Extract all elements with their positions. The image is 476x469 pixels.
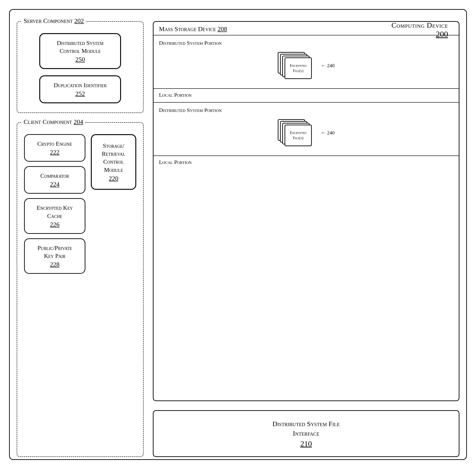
storage-section-1: Distributed System Portion EncryptedFile…	[153, 35, 459, 88]
encrypted-files-label-1: EncryptedFile(s)	[290, 63, 306, 73]
dup-module: Duplication Identifier 252	[39, 75, 121, 103]
dscm-number: 250	[47, 56, 113, 63]
dist-portion-label-1: Distributed System Portion	[159, 40, 453, 46]
files-area-1: EncryptedFile(s) ← 240	[159, 50, 453, 84]
client-component-label: Client Component 204	[22, 118, 85, 126]
server-modules: Distributed SystemControl Module 250 Dup…	[24, 33, 136, 103]
storage-retrieval-module: Storage/RetrievalControlModule 220	[91, 134, 136, 190]
client-component-box: Client Component 204 Crypto Engine 222 C…	[17, 122, 144, 457]
dist-portion-label-2: Distributed System Portion	[159, 107, 453, 113]
client-left-modules: Crypto Engine 222 Comparator 224 Encrypt…	[24, 134, 85, 274]
mass-storage-label: Mass Storage Device 208	[153, 22, 459, 35]
comparator-module: Comparator 224	[24, 166, 85, 194]
computing-device-container: Computing Device 200 Server Component 20…	[9, 9, 467, 460]
ppkp-module: Public/PrivateKey Pair 228	[24, 238, 85, 274]
local-label-2: Local Portion	[159, 159, 191, 165]
src-module: Storage/RetrievalControlModule 220	[91, 134, 136, 190]
src-number: 220	[96, 175, 131, 182]
ekc-title: Encrypted KeyCache	[36, 204, 73, 219]
server-component-label: Server Component 202	[22, 17, 86, 25]
crypto-title: Crypto Engine	[37, 140, 72, 147]
encrypted-files-label-2: EncryptedFile(s)	[290, 130, 306, 140]
crypto-module: Crypto Engine 222	[24, 134, 85, 162]
comparator-number: 224	[32, 181, 78, 188]
file-card-1d: EncryptedFile(s)	[285, 57, 312, 79]
right-column: Mass Storage Device 208 Distributed Syst…	[153, 21, 459, 457]
storage-section-2: Distributed System Portion EncryptedFile…	[153, 102, 459, 155]
local-label-1: Local Portion	[159, 92, 191, 98]
dscm-title: Distributed SystemControl Module	[57, 40, 103, 54]
local-section-2: Local Portion	[153, 155, 459, 169]
ppkp-number: 228	[32, 261, 78, 268]
stacked-files-1: EncryptedFile(s)	[278, 52, 314, 79]
client-inner: Crypto Engine 222 Comparator 224 Encrypt…	[24, 134, 136, 274]
dsfi-box: Distributed System FileInterface 210	[153, 410, 459, 457]
dup-number: 252	[47, 90, 113, 97]
mass-storage-box: Mass Storage Device 208 Distributed Syst…	[153, 21, 459, 401]
files-arrow-2: ← 240	[321, 130, 335, 136]
crypto-number: 222	[32, 149, 78, 156]
ppkp-title: Public/PrivateKey Pair	[37, 245, 72, 259]
dsfi-title: Distributed System FileInterface	[272, 420, 340, 437]
ekc-number: 226	[32, 221, 78, 228]
comparator-title: Comparator	[40, 172, 69, 179]
main-layout: Server Component 202 Distributed SystemC…	[17, 21, 459, 457]
files-area-2: EncryptedFile(s) ← 240	[159, 117, 453, 151]
files-arrow-1: ← 240	[321, 63, 335, 68]
dscm-module: Distributed SystemControl Module 250	[39, 33, 121, 69]
file-card-2d: EncryptedFile(s)	[285, 125, 312, 146]
ekc-module: Encrypted KeyCache 226	[24, 198, 85, 234]
left-column: Server Component 202 Distributed SystemC…	[17, 21, 144, 457]
stacked-files-2: EncryptedFile(s)	[278, 119, 314, 146]
dsfi-number: 210	[160, 439, 452, 448]
local-section-1: Local Portion	[153, 88, 459, 102]
dup-title: Duplication Identifier	[54, 82, 107, 88]
src-title: Storage/RetrievalControlModule	[102, 143, 125, 173]
server-component-box: Server Component 202 Distributed SystemC…	[17, 21, 144, 113]
